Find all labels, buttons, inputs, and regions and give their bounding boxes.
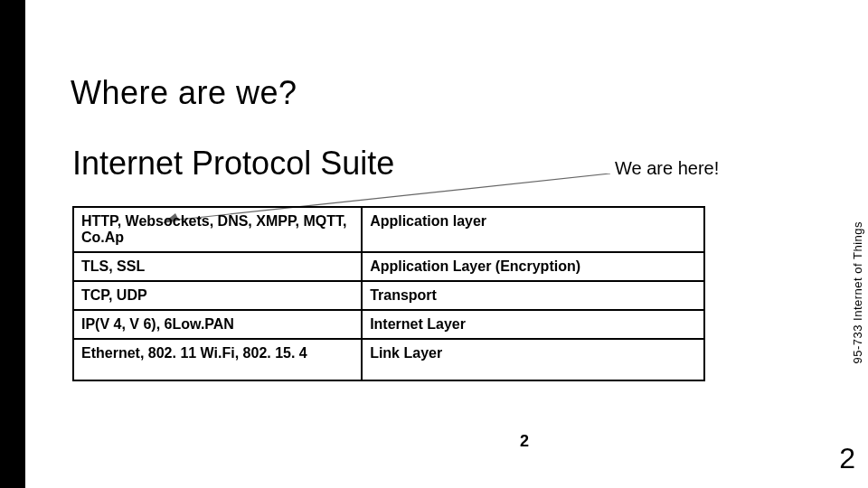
annotation-we-are-here: We are here! [615, 158, 719, 179]
cell-layer: Application layer [362, 207, 704, 252]
cell-protocols: HTTP, Websockets, DNS, XMPP, MQTT, Co.Ap [73, 207, 362, 252]
cell-protocols: TCP, UDP [73, 281, 362, 310]
page-number-center: 2 [520, 432, 529, 451]
page-number-right: 2 [839, 442, 855, 475]
cell-layer: Internet Layer [362, 310, 704, 339]
page-subtitle: Internet Protocol Suite [72, 145, 394, 183]
course-label: 95-733 Internet of Things [851, 221, 864, 364]
table-row: Ethernet, 802. 11 Wi.Fi, 802. 15. 4 Link… [73, 339, 704, 380]
table-row: HTTP, Websockets, DNS, XMPP, MQTT, Co.Ap… [73, 207, 704, 252]
cell-layer: Application Layer (Encryption) [362, 252, 704, 281]
table-row: IP(V 4, V 6), 6Low.PAN Internet Layer [73, 310, 704, 339]
cell-protocols: TLS, SSL [73, 252, 362, 281]
cell-protocols: Ethernet, 802. 11 Wi.Fi, 802. 15. 4 [73, 339, 362, 380]
cell-layer: Link Layer [362, 339, 704, 380]
cell-protocols: IP(V 4, V 6), 6Low.PAN [73, 310, 362, 339]
table-row: TLS, SSL Application Layer (Encryption) [73, 252, 704, 281]
slide: Where are we? Internet Protocol Suite We… [0, 0, 868, 488]
protocol-table: HTTP, Websockets, DNS, XMPP, MQTT, Co.Ap… [72, 206, 705, 381]
cell-layer: Transport [362, 281, 704, 310]
left-accent-bar [0, 0, 25, 488]
table-row: TCP, UDP Transport [73, 281, 704, 310]
page-title: Where are we? [71, 74, 297, 112]
